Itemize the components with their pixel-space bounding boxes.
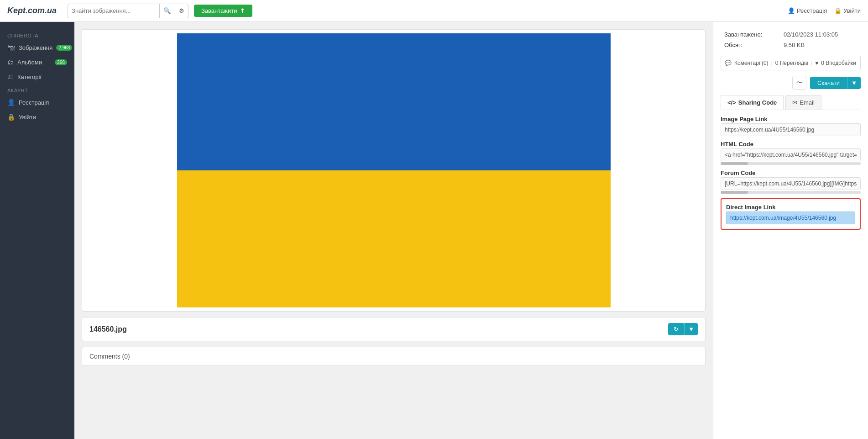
direct-image-link-group: Direct Image Link [721,198,861,230]
comments-label: Comments (0) [89,353,130,360]
comments-stat: Коментарі (0) [734,60,769,66]
direct-image-link-label: Direct Image Link [726,204,855,211]
sidebar-item-login[interactable]: 🔒 Увійти [0,110,74,124]
image-container [82,29,706,312]
community-section-title: Спільнота [0,29,74,40]
share-button[interactable]: ↻ [668,323,684,335]
share-button-group: ↻ ▼ [668,323,698,335]
albums-badge: 266 [55,59,67,65]
sidebar: Спільнота 📷 Зображення 2,968 🗂 Альбоми 2… [0,22,74,439]
size-value: 9.58 KB [780,40,861,50]
tab-email[interactable]: ✉ Email [785,95,821,110]
image-page-link-label: Image Page Link [721,116,861,122]
html-code-scrollbar-thumb [721,162,748,165]
account-section-title: Акаунт [0,84,74,95]
forum-code-group: Forum Code [721,169,861,194]
image-page-link-input[interactable] [721,123,861,136]
lock-icon: 🔒 [834,7,842,14]
size-label: Обсяг: [721,40,780,50]
comments-section: Comments (0) [82,347,706,366]
direct-image-link-input[interactable] [726,212,855,224]
sidebar-item-categories[interactable]: 🏷 Категорії [0,69,74,84]
content-area: 146560.jpg ↻ ▼ Comments (0) [74,22,713,439]
login-label: Увійти [843,7,861,14]
sharing-section: Image Page Link HTML Code Forum Code [721,116,861,230]
email-tab-icon: ✉ [792,99,797,106]
topbar: Kept.com.ua 🔍 ⚙ Завантажити ⬆ 👤 Реєстрац… [0,0,868,22]
comment-icon: 💬 [725,60,732,66]
image-info-bar: 146560.jpg ↻ ▼ [82,317,706,341]
share-dropdown-button[interactable]: ▼ [684,323,698,335]
uploaded-value: 02/10/2023 11:03:05 [780,29,861,40]
login-link[interactable]: 🔒 Увійти [834,7,861,14]
register-link[interactable]: 👤 Реєстрація [788,7,827,14]
forum-code-input[interactable] [721,177,861,190]
download-main-button[interactable]: Скачати [810,77,847,89]
forum-code-scrollbar[interactable] [721,191,861,194]
tab-sharing-code[interactable]: </> Sharing Code [721,95,784,110]
search-button[interactable]: 🔍 [159,4,175,18]
upload-icon: ⬆ [240,7,245,14]
sidebar-item-albums[interactable]: 🗂 Альбоми 266 [0,55,74,69]
sidebar-login-label: Увійти [19,114,36,121]
stats-divider-1: | [771,60,773,66]
size-row: Обсяг: 9.58 KB [721,40,861,50]
download-area: 〜 Скачати ▼ [721,76,861,90]
views-stat: 0 Переглядів [775,60,808,66]
images-badge: 2,968 [56,45,72,51]
forum-code-label: Forum Code [721,169,861,176]
albums-icon: 🗂 [7,58,14,66]
tab-email-label: Email [800,99,815,106]
uploaded-label: Завантажено: [721,29,780,40]
search-input[interactable] [68,7,159,14]
flag-yellow-stripe [177,170,611,307]
search-wrapper: 🔍 ⚙ [68,4,188,18]
auth-area: 👤 Реєстрація 🔒 Увійти [788,7,861,14]
flag-blue-stripe [177,33,611,170]
categories-icon: 🏷 [7,73,14,80]
uploaded-row: Завантажено: 02/10/2023 11:03:05 [721,29,861,40]
stats-chart-button[interactable]: 〜 [792,76,806,90]
tab-sharing-label: Sharing Code [738,99,777,106]
image-filename: 146560.jpg [89,325,127,333]
metadata-table: Завантажено: 02/10/2023 11:03:05 Обсяг: … [721,29,861,50]
image-page-link-group: Image Page Link [721,116,861,136]
download-button-group: Скачати ▼ [810,77,861,89]
chevron-down-icon: ▼ [688,326,694,333]
search-settings-button[interactable]: ⚙ [175,4,188,18]
ukraine-flag-image [177,33,611,307]
upload-label: Завантажити [201,7,237,14]
share-icon: ↻ [674,326,679,333]
register-label: Реєстрація [797,7,827,14]
sidebar-images-label: Зображення [19,44,52,51]
main-layout: Спільнота 📷 Зображення 2,968 🗂 Альбоми 2… [0,22,868,439]
forum-code-wrapper [721,177,861,194]
share-tab-icon: </> [727,99,736,106]
html-code-group: HTML Code [721,141,861,165]
sidebar-albums-label: Альбоми [17,59,42,66]
sidebar-register-label: Реєстрація [19,99,49,106]
sidebar-item-images[interactable]: 📷 Зображення 2,968 [0,40,74,55]
sharing-tabs: </> Sharing Code ✉ Email [721,95,861,110]
sidebar-item-register[interactable]: 👤 Реєстрація [0,95,74,110]
chart-icon: 〜 [796,79,802,86]
register-icon: 👤 [7,99,15,106]
forum-code-scrollbar-thumb [721,191,748,194]
right-panel: Завантажено: 02/10/2023 11:03:05 Обсяг: … [713,22,868,439]
site-logo: Kept.com.ua [7,6,57,16]
user-icon: 👤 [788,7,795,14]
html-code-label: HTML Code [721,141,861,148]
html-code-input[interactable] [721,148,861,161]
stats-bar: 💬 Коментарі (0) | 0 Переглядів | ♥ 0 Впо… [721,56,861,70]
login-icon: 🔒 [7,113,15,121]
html-code-wrapper [721,148,861,165]
sidebar-categories-label: Категорії [17,74,42,80]
heart-icon: ♥ [815,60,818,66]
upload-button[interactable]: Завантажити ⬆ [194,5,252,17]
download-chevron-icon: ▼ [851,79,857,86]
camera-icon: 📷 [7,44,15,51]
html-code-scrollbar[interactable] [721,162,861,165]
likes-stat: 0 Вподобайки [821,60,856,66]
download-label: Скачати [817,79,840,86]
download-dropdown-button[interactable]: ▼ [847,77,861,89]
